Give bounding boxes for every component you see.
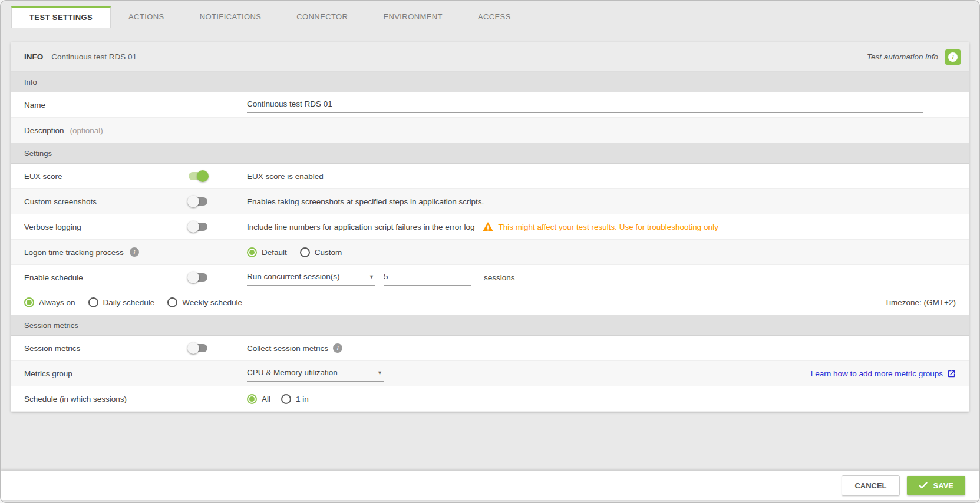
row-logon-tracking: Logon time tracking process i Default Cu… (11, 240, 969, 265)
description-label: Description (optional) (11, 118, 230, 143)
radio-all-sessions[interactable]: All (247, 394, 270, 404)
schedule-type-radio-group: Always on Daily schedule Weekly schedule (24, 297, 242, 307)
sessions-suffix-label: sessions (484, 273, 515, 282)
tab-access[interactable]: ACCESS (460, 6, 529, 28)
section-header-settings: Settings (11, 143, 969, 164)
cancel-button[interactable]: CANCEL (842, 475, 899, 496)
tab-connector[interactable]: CONNECTOR (279, 6, 365, 28)
optional-hint: (optional) (70, 126, 103, 135)
section-header-info: Info (11, 72, 969, 92)
radio-weekly-schedule[interactable]: Weekly schedule (167, 297, 242, 307)
logon-tracking-label: Logon time tracking process (24, 248, 124, 257)
radio-always-on[interactable]: Always on (24, 297, 75, 307)
tab-test-settings[interactable]: TEST SETTINGS (11, 6, 111, 28)
test-automation-info-button[interactable]: i (945, 49, 961, 65)
schedule-sessions-label: Schedule (in which sessions) (24, 395, 127, 403)
concurrency-mode-select[interactable]: Run concurrent session(s) ▼ (247, 269, 375, 286)
session-count-input[interactable] (384, 269, 471, 286)
custom-screenshots-description: Enables taking screenshots at specified … (247, 197, 484, 206)
row-schedule-type: Always on Daily schedule Weekly schedule… (11, 290, 969, 315)
verbose-logging-description: Include line numbers for application scr… (247, 223, 474, 231)
session-metrics-label: Session metrics (24, 344, 80, 353)
logon-tracking-radio-group: Default Custom (247, 247, 342, 257)
row-name: Name (11, 92, 969, 118)
row-description: Description (optional) (11, 118, 969, 143)
verbose-logging-toggle[interactable] (187, 221, 209, 233)
test-title: Continuous test RDS 01 (51, 52, 137, 61)
custom-screenshots-toggle[interactable] (187, 196, 209, 207)
session-metrics-description: Collect session metrics (247, 344, 328, 353)
info-header-bar: INFO Continuous test RDS 01 Test automat… (11, 42, 969, 72)
test-automation-info-label: Test automation info (867, 52, 938, 61)
eux-score-toggle[interactable] (187, 170, 209, 182)
radio-daily-schedule[interactable]: Daily schedule (88, 297, 155, 307)
radio-default[interactable]: Default (247, 247, 287, 257)
chevron-down-icon: ▼ (377, 370, 382, 376)
metrics-group-label: Metrics group (24, 369, 72, 378)
session-metrics-info-icon[interactable]: i (333, 343, 342, 353)
section-header-session-metrics: Session metrics (11, 315, 969, 336)
tab-notifications[interactable]: NOTIFICATIONS (182, 6, 279, 28)
tab-environment[interactable]: ENVIRONMENT (365, 6, 460, 28)
warning-icon (483, 222, 493, 231)
radio-one-in-sessions[interactable]: 1 in (281, 394, 309, 404)
tab-bar: TEST SETTINGS ACTIONS NOTIFICATIONS CONN… (11, 6, 529, 28)
external-link-icon (947, 369, 956, 378)
eux-score-description: EUX score is enabled (247, 172, 324, 181)
row-metrics-group: Metrics group CPU & Memory utilization ▼… (11, 361, 969, 386)
enable-schedule-toggle[interactable] (187, 272, 209, 283)
row-session-metrics: Session metrics Collect session metrics … (11, 336, 969, 361)
row-custom-screenshots: Custom screenshots Enables taking screen… (11, 189, 969, 214)
test-settings-screen: TEST SETTINGS ACTIONS NOTIFICATIONS CONN… (0, 0, 980, 503)
schedule-sessions-radio-group: All 1 in (247, 394, 309, 404)
radio-custom[interactable]: Custom (300, 247, 342, 257)
enable-schedule-label: Enable schedule (24, 273, 83, 282)
row-enable-schedule: Enable schedule Run concurrent session(s… (11, 265, 969, 290)
settings-panel: INFO Continuous test RDS 01 Test automat… (11, 42, 969, 412)
session-metrics-toggle[interactable] (187, 342, 209, 354)
metric-groups-help-link[interactable]: Learn how to add more metric groups (811, 369, 956, 378)
row-eux-score: EUX score EUX score is enabled (11, 164, 969, 189)
checkmark-icon (919, 482, 928, 489)
eux-score-label: EUX score (24, 172, 62, 181)
description-input[interactable] (247, 122, 923, 138)
verbose-logging-warning: This might affect your test results. Use… (498, 223, 718, 231)
info-tag: INFO (24, 52, 43, 61)
logon-tracking-info-icon[interactable]: i (130, 247, 139, 257)
footer-action-bar: CANCEL SAVE (1, 471, 979, 500)
tab-actions[interactable]: ACTIONS (111, 6, 182, 28)
chevron-down-icon: ▼ (369, 274, 374, 280)
verbose-logging-label: Verbose logging (24, 223, 81, 231)
row-schedule-sessions: Schedule (in which sessions) All 1 in (11, 386, 969, 412)
name-input[interactable] (247, 97, 923, 113)
name-label: Name (11, 92, 230, 117)
custom-screenshots-label: Custom screenshots (24, 197, 97, 206)
save-button[interactable]: SAVE (907, 476, 965, 495)
timezone-label: Timezone: (GMT+2) (885, 298, 956, 307)
info-icon: i (948, 52, 958, 62)
metrics-group-select[interactable]: CPU & Memory utilization ▼ (247, 365, 384, 382)
row-verbose-logging: Verbose logging Include line numbers for… (11, 214, 969, 240)
